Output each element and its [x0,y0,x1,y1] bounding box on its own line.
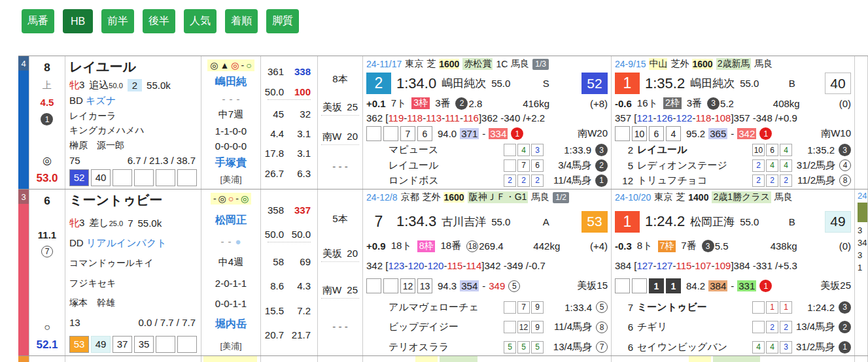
race-detail-line: -0.3 8ト 7枠 7番 35.5 438kg (0) [615,240,851,252]
gate-bar-partial [18,356,29,362]
jockey-link[interactable]: 嶋田純 [215,75,247,89]
position-box: 3 [531,144,544,156]
race-surface: 芝外 [422,191,440,203]
rival-name: セイウンビッグバン [637,341,748,354]
trainer-link[interactable]: 堀内岳 [215,318,247,331]
corner-positions: 76 [366,126,432,141]
lap-sequence: 127-127-115-107-109 [636,260,731,271]
race-date-link[interactable]: 24-10/20 [615,192,651,203]
rival-line: ロンドボス 222 11/4馬身 1 [366,174,608,187]
horse-info-column: ミーントゥビー 牝3 差し25.0 7 55.0k DD リアルインパクト コマ… [65,189,201,355]
back-split: 342 [737,128,756,139]
workout-note: 美坂25 [820,280,851,292]
toolbar-button-hb[interactable]: HB [63,9,93,33]
partial-cell [29,356,65,362]
lap-sequence: 123-120-120-115-114 [388,260,481,271]
partial-highlight [713,356,760,362]
partial-highlight [440,356,477,362]
app-window: 馬番 HB 前半 後半 人気 着順 脚質 4 8 上 4.5 1 ◎ 53.0 [0,0,868,362]
horse-weight: 438kg [771,240,797,252]
figure-value: 358 [261,205,284,216]
horse-name: レイユール [69,58,197,76]
split-dash: - [731,280,734,291]
position-box: 6 [766,144,778,156]
race-result-line: 7 1:34.3 古川吉洋 55.0 A 53 [366,211,608,233]
rival-line: 7 ミーントゥビー 11 1:24.2 3 [615,301,851,314]
rival-positions: 443 [752,341,792,354]
index-value: 53.0 [36,172,58,185]
speed-figure: 94.3 [438,280,457,291]
position-box: 2 [504,174,516,187]
lap-suffix: ]357 -348 /+0.9 [731,112,797,123]
lap-value: 118 [407,112,423,123]
carry-weight: 55.0k [147,80,171,91]
split-rank-circle: 1 [759,280,772,292]
race-date-link[interactable]: 24-12/8 [366,192,397,203]
race-track: 中山 [649,58,667,70]
race-name: 阪神ＪＦ・G1 [468,191,529,203]
sire-link[interactable]: キズナ [86,95,116,106]
workout-note: 南W10 [821,127,851,140]
figure-value: 337 [286,205,311,216]
position-box: 4 [780,159,792,172]
trainer-link[interactable]: 手塚貴 [215,156,247,170]
rival-rank-circle: 3 [595,144,608,156]
toolbar-button-kouhan[interactable]: 後半 [143,9,175,33]
race-detail-line: -0.6 16ト 2枠 3番 35.2 408kg (0) [615,97,851,110]
jockey-link[interactable]: 松岡正 [215,214,247,227]
race-date-link[interactable]: 24-9/15 [615,59,646,69]
position-box: 3 [780,341,792,354]
workout-count: 5本 [321,213,359,225]
sub-mark: - [220,236,224,247]
weight-change: (0) [839,98,851,109]
horse-profile-line: 牝3 追込50.0 2 55.0k [69,79,197,91]
toolbar-button-chakujun[interactable]: 着順 [225,9,258,33]
run-style-label: 追込 [89,79,109,90]
position-box [504,144,516,156]
odds-value: 4.5 [41,97,54,108]
partial-cell [855,356,868,362]
hb-value: 7 [128,218,133,229]
tipster-mark: ◎ [210,60,218,71]
race-date-link[interactable]: 24-11/17 [366,59,402,69]
partial-cell [318,356,363,362]
race-history-3-clipped: 24 33431 [855,189,868,355]
score-box: 40 [91,169,111,186]
race-date-link[interactable]: 24 [858,191,867,201]
position-box: 2 [780,174,792,187]
workout-value: 25 [347,101,358,114]
position-box [504,321,516,333]
rival-rank-circle: 1 [595,174,608,187]
umaban-label: 7番 [681,240,696,252]
gate-number: 4 [18,56,29,71]
corner-box: 1 [649,278,664,293]
field-size: 7ト [391,97,407,110]
figure-value: 338 [286,66,311,77]
gate-bar: 4 [18,56,29,189]
toolbar-button-umaban[interactable]: 馬番 [22,9,54,33]
field-size: 18ト [391,240,412,252]
figure-row: 8.64.3 [268,280,311,291]
weight-change: (+4) [590,240,608,252]
lap-suffix: ]342 -349 /-0.7 [481,260,546,271]
figure-value: 3.1 [286,128,311,139]
race-time: 1:34.3 [396,213,436,230]
toolbar-button-kyakushitsu[interactable]: 脚質 [266,9,299,33]
position-box: 10 [752,144,765,156]
sire-link[interactable]: リアルインパクト [86,237,167,248]
race-surface: 芝外 [670,58,689,70]
jockey-weight: 55.0 [740,216,759,227]
rival-result: 31/2馬身 [796,341,835,354]
race-surface: 芝 [426,58,436,70]
record-line-1: 1-1-0-0 [215,125,247,137]
race-history-1: 24-12/8 京都 芝外 1600 阪神ＪＦ・G1 馬良 1/2 7 1:34… [363,189,612,355]
damsire-name: フジキセキ [69,278,197,289]
margin-diff: -0.6 [615,98,632,109]
toolbar-button-ninki[interactable]: 人気 [184,9,217,33]
workout-empty: - - - [321,321,359,332]
toolbar-button-zenhan[interactable]: 前半 [101,9,134,33]
position-box: 7 [517,301,530,314]
rival-number: 2 [621,144,633,156]
rival-number: 6 [621,321,633,333]
back-split: 334 [489,128,508,139]
